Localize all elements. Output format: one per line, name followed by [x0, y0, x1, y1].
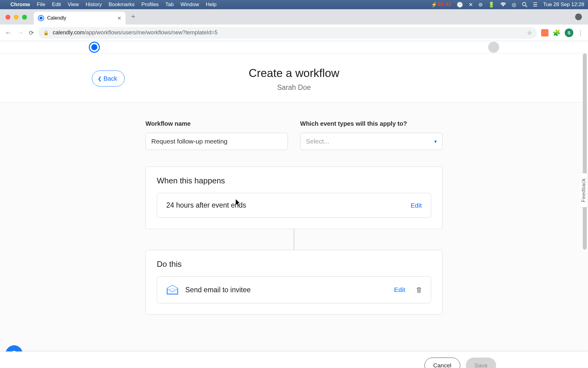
svg-point-0 [522, 2, 526, 6]
window-maximize-button[interactable] [22, 15, 27, 20]
workflow-canvas: Workflow name Which event types will thi… [0, 102, 588, 351]
menu-file[interactable]: File [37, 2, 45, 8]
back-button[interactable]: ❮ Back [92, 71, 125, 86]
tab-close-button[interactable]: ✕ [117, 15, 121, 21]
user-icon[interactable]: ◎ [512, 2, 516, 8]
window-controls [6, 15, 27, 20]
browser-toolbar: ← → ⟳ 🔒 calendly.com/app/workflows/users… [0, 25, 588, 41]
tab-favicon-icon [38, 15, 44, 21]
trigger-heading: When this happens [157, 176, 431, 186]
tab-overflow-icon[interactable] [575, 13, 582, 20]
browser-tabstrip: Calendly ✕ ＋ [0, 9, 588, 25]
address-bar[interactable]: 🔒 calendly.com/app/workflows/users/me/wo… [38, 27, 537, 39]
menu-app[interactable]: Chrome [10, 2, 30, 8]
owner-name: Sarah Doe [0, 83, 588, 92]
nav-back-button[interactable]: ← [4, 29, 12, 37]
event-types-label: Which event types will this apply to? [300, 120, 443, 127]
extensions-button[interactable]: 🧩 [553, 29, 560, 36]
app-topbar [0, 41, 588, 53]
menu-window[interactable]: Window [181, 2, 199, 8]
bookmark-star-icon[interactable]: ☆ [527, 29, 532, 36]
workflow-name-label: Workflow name [145, 120, 288, 127]
trigger-card: When this happens 24 hours after event e… [145, 167, 443, 229]
event-types-select[interactable]: Select... ▾ [300, 133, 443, 150]
save-button[interactable]: Save [466, 358, 496, 368]
workflow-name-input[interactable] [145, 133, 288, 150]
action-edit-button[interactable]: Edit [394, 286, 405, 293]
browser-tab[interactable]: Calendly ✕ [34, 12, 126, 25]
delete-action-button[interactable] [416, 287, 422, 293]
calendly-logo-icon[interactable] [89, 42, 100, 53]
trigger-description: 24 hours after event ends [166, 201, 404, 209]
nav-forward-button[interactable]: → [17, 29, 24, 37]
url-text: calendly.com/app/workflows/users/me/work… [53, 29, 217, 36]
chevron-left-icon: ❮ [98, 76, 102, 82]
control-center-icon[interactable]: ☰ [533, 2, 537, 8]
tab-title: Calendly [47, 15, 66, 21]
back-label: Back [104, 75, 117, 82]
action-heading: Do this [157, 259, 431, 269]
chrome-menu-button[interactable]: ⋮ [578, 29, 584, 36]
page-title: Create a workflow [0, 67, 588, 80]
action-card: Do this Send email to invitee Edit [145, 250, 443, 315]
account-avatar[interactable] [488, 42, 499, 53]
macos-menubar: Chrome File Edit View History Bookmarks … [0, 0, 588, 9]
spotlight-icon[interactable] [522, 2, 527, 7]
page-header: ❮ Back Create a workflow Sarah Doe [0, 53, 588, 102]
clock[interactable]: Tue 28 Sep 12:28 [543, 2, 584, 8]
menu-edit[interactable]: Edit [52, 2, 61, 8]
profile-avatar[interactable]: S [565, 29, 573, 37]
action-row: Send email to invitee Edit [157, 276, 431, 303]
trigger-edit-button[interactable]: Edit [411, 202, 422, 209]
feedback-tab[interactable]: Feedback [580, 173, 588, 207]
window-minimize-button[interactable] [14, 15, 19, 20]
menu-tab[interactable]: Tab [165, 2, 174, 8]
action-description: Send email to invitee [185, 286, 387, 294]
reload-button[interactable]: ⟳ [29, 29, 34, 36]
trigger-row: 24 hours after event ends Edit [157, 193, 431, 218]
menu-bookmarks[interactable]: Bookmarks [108, 2, 134, 8]
cancel-button[interactable]: Cancel [424, 358, 460, 368]
svg-line-1 [526, 6, 527, 7]
connector-line [294, 229, 294, 250]
scrollbar-thumb[interactable] [583, 53, 587, 250]
extension-icon[interactable] [541, 29, 548, 36]
battery-icon[interactable]: 🔋 [488, 2, 495, 8]
email-icon [166, 285, 179, 295]
status-icon[interactable]: ✕ [469, 2, 473, 8]
new-tab-button[interactable]: ＋ [130, 12, 137, 22]
select-placeholder: Select... [306, 138, 329, 145]
menu-view[interactable]: View [68, 2, 79, 8]
menu-profiles[interactable]: Profiles [141, 2, 159, 8]
battery-status-icon[interactable]: ⚡01:42 [431, 2, 451, 8]
chevron-down-icon: ▾ [434, 139, 437, 144]
app-viewport: ❮ Back Create a workflow Sarah Doe Workf… [0, 41, 588, 351]
menu-history[interactable]: History [85, 2, 102, 8]
wifi-icon[interactable] [500, 2, 506, 7]
footer-action-bar: Cancel Save [0, 351, 588, 368]
window-close-button[interactable] [6, 15, 10, 20]
menu-help[interactable]: Help [206, 2, 217, 8]
status-icon[interactable]: 🕑 [457, 2, 463, 8]
status-icon[interactable]: ⊜ [478, 2, 483, 8]
lock-icon: 🔒 [43, 30, 49, 36]
